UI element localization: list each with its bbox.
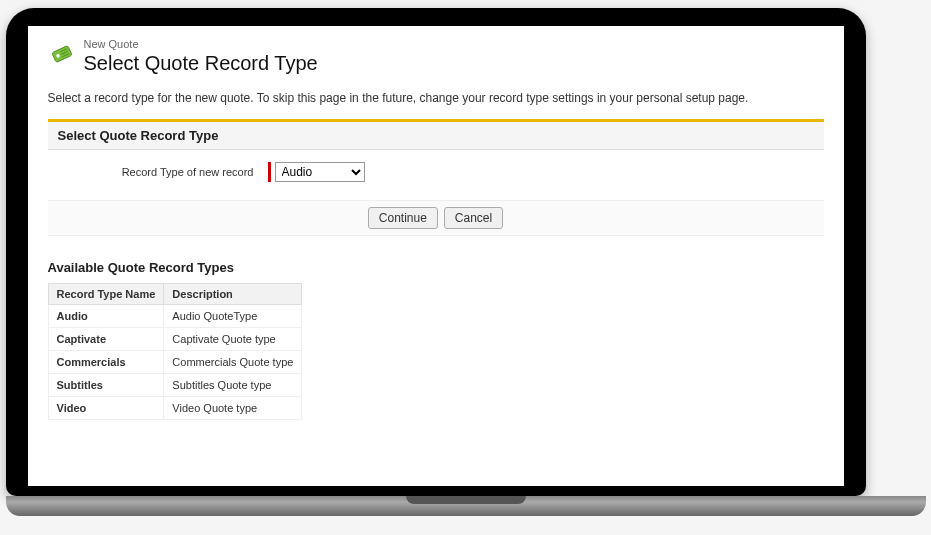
table-row: VideoVideo Quote type	[48, 397, 302, 420]
record-type-label: Record Type of new record	[58, 166, 268, 178]
table-row: CommercialsCommercials Quote type	[48, 351, 302, 374]
laptop-hinge-notch	[406, 496, 526, 504]
record-type-name-cell: Video	[48, 397, 164, 420]
app-screen: New Quote Select Quote Record Type Selec…	[28, 26, 844, 486]
record-type-form-row: Record Type of new record AudioCaptivate…	[48, 149, 824, 200]
available-types-heading: Available Quote Record Types	[48, 260, 824, 275]
col-header-name: Record Type Name	[48, 284, 164, 305]
required-indicator: AudioCaptivateCommercialsSubtitlesVideo	[268, 162, 365, 182]
laptop-base	[6, 496, 926, 516]
record-type-desc-cell: Audio QuoteType	[164, 305, 302, 328]
action-buttons: Continue Cancel	[48, 200, 824, 236]
page-eyebrow: New Quote	[84, 38, 824, 51]
record-type-select[interactable]: AudioCaptivateCommercialsSubtitlesVideo	[275, 162, 365, 182]
intro-text: Select a record type for the new quote. …	[48, 91, 824, 105]
col-header-desc: Description	[164, 284, 302, 305]
record-type-desc-cell: Video Quote type	[164, 397, 302, 420]
laptop-frame: New Quote Select Quote Record Type Selec…	[6, 8, 866, 496]
continue-button[interactable]: Continue	[368, 207, 438, 229]
record-type-desc-cell: Captivate Quote type	[164, 328, 302, 351]
table-row: AudioAudio QuoteType	[48, 305, 302, 328]
quote-tag-icon	[48, 40, 76, 68]
record-type-name-cell: Commercials	[48, 351, 164, 374]
record-type-name-cell: Subtitles	[48, 374, 164, 397]
record-type-name-cell: Audio	[48, 305, 164, 328]
cancel-button[interactable]: Cancel	[444, 207, 503, 229]
page-title: Select Quote Record Type	[84, 51, 824, 75]
table-row: SubtitlesSubtitles Quote type	[48, 374, 302, 397]
section-heading: Select Quote Record Type	[48, 119, 824, 149]
record-types-table: Record Type Name Description AudioAudio …	[48, 283, 303, 420]
table-row: CaptivateCaptivate Quote type	[48, 328, 302, 351]
record-type-desc-cell: Subtitles Quote type	[164, 374, 302, 397]
page-header: New Quote Select Quote Record Type	[48, 38, 824, 85]
record-type-name-cell: Captivate	[48, 328, 164, 351]
record-type-desc-cell: Commercials Quote type	[164, 351, 302, 374]
